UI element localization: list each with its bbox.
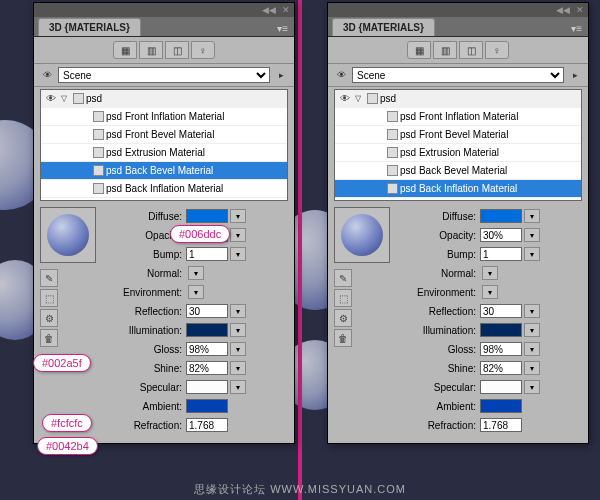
shine-input[interactable]: 82% xyxy=(480,361,522,375)
eye-icon[interactable]: 👁 xyxy=(334,68,348,82)
ambient-swatch[interactable] xyxy=(186,399,228,413)
texture-menu-icon[interactable]: ▾ xyxy=(524,323,540,337)
tab-3d-materials[interactable]: 3D {MATERIALS} xyxy=(38,18,141,36)
texture-menu-icon[interactable]: ▾ xyxy=(524,228,540,242)
trash-icon[interactable]: 🗑 xyxy=(334,329,352,347)
twisty-icon[interactable]: ▽ xyxy=(355,94,365,103)
refraction-input[interactable]: 1.768 xyxy=(186,418,228,432)
tree-item[interactable]: psd Front Bevel Material xyxy=(41,126,287,144)
tree-item[interactable]: psd Extrusion Material xyxy=(41,144,287,162)
material-icon xyxy=(387,111,398,122)
material-icon xyxy=(387,129,398,140)
tree-root[interactable]: 👁 ▽ psd xyxy=(41,90,287,108)
texture-menu-icon[interactable]: ▾ xyxy=(482,285,498,299)
panel-menu-icon[interactable]: ▾≡ xyxy=(271,21,294,36)
filter-materials-icon[interactable]: ◫ xyxy=(459,41,483,59)
specular-swatch[interactable] xyxy=(186,380,228,394)
filter-mesh-icon[interactable]: ▥ xyxy=(433,41,457,59)
refraction-input[interactable]: 1.768 xyxy=(480,418,522,432)
materials-tree[interactable]: 👁 ▽ psd psd Front Inflation Material psd… xyxy=(334,89,582,201)
eye-icon[interactable]: 👁 xyxy=(43,93,59,104)
tree-item[interactable]: psd Back Inflation Material xyxy=(41,180,287,198)
tool-icon[interactable]: ⚙ xyxy=(334,309,352,327)
tree-item[interactable]: psd Back Bevel Material xyxy=(335,162,581,180)
gloss-label: Gloss: xyxy=(334,344,480,355)
bump-input[interactable]: 1 xyxy=(480,247,522,261)
tree-item[interactable]: psd Front Inflation Material xyxy=(41,108,287,126)
eye-icon[interactable]: 👁 xyxy=(40,68,54,82)
collapse-icon[interactable]: ◀◀ xyxy=(262,5,276,15)
texture-menu-icon[interactable]: ▾ xyxy=(524,209,540,223)
scene-select[interactable]: Scene xyxy=(58,67,270,83)
illumination-swatch[interactable] xyxy=(480,323,522,337)
filter-lights-icon[interactable]: ♀ xyxy=(191,41,215,59)
texture-menu-icon[interactable]: ▾ xyxy=(230,304,246,318)
twisty-icon[interactable]: ▽ xyxy=(61,94,71,103)
scene-menu-icon[interactable]: ▸ xyxy=(568,68,582,82)
texture-menu-icon[interactable]: ▾ xyxy=(524,380,540,394)
texture-menu-icon[interactable]: ▾ xyxy=(230,342,246,356)
bump-input[interactable]: 1 xyxy=(186,247,228,261)
material-preview[interactable] xyxy=(40,207,96,263)
texture-menu-icon[interactable]: ▾ xyxy=(230,323,246,337)
tool-icon[interactable]: ⬚ xyxy=(40,289,58,307)
materials-tree[interactable]: 👁 ▽ psd psd Front Inflation Material psd… xyxy=(40,89,288,201)
environment-label: Environment: xyxy=(334,287,480,298)
tree-root[interactable]: 👁 ▽ psd xyxy=(335,90,581,108)
tree-item[interactable]: psd Front Bevel Material xyxy=(335,126,581,144)
filter-lights-icon[interactable]: ♀ xyxy=(485,41,509,59)
panel-menu-icon[interactable]: ▾≡ xyxy=(565,21,588,36)
texture-menu-icon[interactable]: ▾ xyxy=(230,209,246,223)
filter-materials-icon[interactable]: ◫ xyxy=(165,41,189,59)
diffuse-swatch[interactable] xyxy=(186,209,228,223)
texture-menu-icon[interactable]: ▾ xyxy=(230,361,246,375)
texture-menu-icon[interactable]: ▾ xyxy=(230,247,246,261)
reflection-input[interactable]: 30 xyxy=(186,304,228,318)
texture-menu-icon[interactable]: ▾ xyxy=(230,380,246,394)
tree-item[interactable]: psd Front Inflation Material xyxy=(335,108,581,126)
texture-menu-icon[interactable]: ▾ xyxy=(524,304,540,318)
scene-select[interactable]: Scene xyxy=(352,67,564,83)
diffuse-swatch[interactable] xyxy=(480,209,522,223)
close-icon[interactable]: ✕ xyxy=(282,5,290,15)
tree-item-selected[interactable]: psd Back Inflation Material xyxy=(335,180,581,198)
gloss-input[interactable]: 98% xyxy=(186,342,228,356)
texture-menu-icon[interactable]: ▾ xyxy=(230,228,246,242)
collapse-icon[interactable]: ◀◀ xyxy=(556,5,570,15)
gloss-input[interactable]: 98% xyxy=(480,342,522,356)
texture-menu-icon[interactable]: ▾ xyxy=(188,285,204,299)
texture-menu-icon[interactable]: ▾ xyxy=(524,247,540,261)
illumination-swatch[interactable] xyxy=(186,323,228,337)
filter-mesh-icon[interactable]: ▥ xyxy=(139,41,163,59)
environment-label: Environment: xyxy=(40,287,186,298)
opacity-input[interactable]: 30% xyxy=(480,228,522,242)
texture-menu-icon[interactable]: ▾ xyxy=(188,266,204,280)
material-preview[interactable] xyxy=(334,207,390,263)
mesh-icon xyxy=(73,93,84,104)
filter-scene-icon[interactable]: ▦ xyxy=(113,41,137,59)
tree-item[interactable]: psd Extrusion Material xyxy=(335,144,581,162)
specular-swatch[interactable] xyxy=(480,380,522,394)
trash-icon[interactable]: 🗑 xyxy=(40,329,58,347)
tool-icon[interactable]: ⬚ xyxy=(334,289,352,307)
tool-icon[interactable]: ⚙ xyxy=(40,309,58,327)
panel-topbar: ◀◀ ✕ xyxy=(34,3,294,17)
shine-input[interactable]: 82% xyxy=(186,361,228,375)
texture-menu-icon[interactable]: ▾ xyxy=(524,342,540,356)
close-icon[interactable]: ✕ xyxy=(576,5,584,15)
tree-root-label: psd xyxy=(380,93,396,104)
ambient-label: Ambient: xyxy=(40,401,186,412)
texture-menu-icon[interactable]: ▾ xyxy=(482,266,498,280)
callout-illumination: #002a5f xyxy=(33,354,91,372)
scene-menu-icon[interactable]: ▸ xyxy=(274,68,288,82)
tool-icon[interactable]: ✎ xyxy=(40,269,58,287)
ambient-swatch[interactable] xyxy=(480,399,522,413)
tree-item-selected[interactable]: psd Back Bevel Material xyxy=(41,162,287,180)
filter-scene-icon[interactable]: ▦ xyxy=(407,41,431,59)
gloss-label: Gloss: xyxy=(40,344,186,355)
tab-3d-materials[interactable]: 3D {MATERIALS} xyxy=(332,18,435,36)
reflection-input[interactable]: 30 xyxy=(480,304,522,318)
texture-menu-icon[interactable]: ▾ xyxy=(524,361,540,375)
tool-icon[interactable]: ✎ xyxy=(334,269,352,287)
eye-icon[interactable]: 👁 xyxy=(337,93,353,104)
